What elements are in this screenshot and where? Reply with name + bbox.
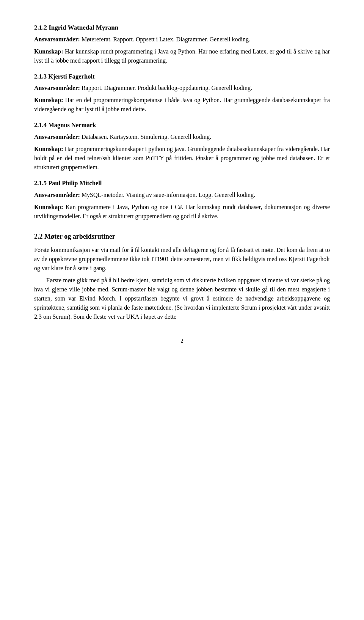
section-213: 2.1.3 Kjersti Fagerholt Ansvarsområder: …	[34, 72, 330, 114]
kunnskap-label-213: Kunnskap:	[34, 97, 63, 103]
kunnskap-label-212: Kunnskap:	[34, 48, 63, 55]
ansvarsomrader-value-215: MySQL-metoder. Visning av saue-informasj…	[82, 192, 255, 198]
section-22: 2.2 Møter og arbeidsrutiner Første kommu…	[34, 231, 330, 321]
paragraph-22-2: Første møte gikk med på å bli bedre kjen…	[34, 276, 330, 321]
ansvarsomrader-214: Ansvarsområder: Databasen. Kartsystem. S…	[34, 132, 330, 142]
page-number: 2	[34, 337, 330, 345]
heading-212: 2.1.2 Ingrid Watnedal Myrann	[34, 23, 330, 33]
ansvarsomrader-212: Ansvarsområder: Møtereferat. Rapport. Op…	[34, 35, 330, 44]
ansvarsomrader-label-212: Ansvarsområder:	[34, 36, 80, 42]
heading-22: 2.2 Møter og arbeidsrutiner	[34, 231, 330, 242]
section-215: 2.1.5 Paul Philip Mitchell Ansvarsområde…	[34, 179, 330, 221]
ansvarsomrader-value-213: Rapport. Diagrammer. Produkt backlog-opp…	[82, 85, 252, 91]
kunnskap-213: Kunnskap: Har en del programmeringskompe…	[34, 96, 330, 114]
heading-213: 2.1.3 Kjersti Fagerholt	[34, 72, 330, 82]
section-214: 2.1.4 Magnus Nermark Ansvarsområder: Dat…	[34, 121, 330, 172]
ansvarsomrader-label-215: Ansvarsområder:	[34, 192, 80, 198]
kunnskap-value-215: Kan programmere i Java, Python og noe i …	[34, 204, 330, 219]
kunnskap-label-214: Kunnskap:	[34, 146, 63, 152]
kunnskap-label-215: Kunnskap:	[34, 204, 63, 210]
ansvarsomrader-label-213: Ansvarsområder:	[34, 85, 80, 91]
heading-214: 2.1.4 Magnus Nermark	[34, 121, 330, 130]
page: 2.1.2 Ingrid Watnedal Myrann Ansvarsområ…	[0, 0, 364, 620]
kunnskap-212: Kunnskap: Har kunnskap rundt programmeri…	[34, 47, 330, 65]
kunnskap-value-213: Har en del programmeringskompetanse i bå…	[34, 97, 330, 112]
kunnskap-215: Kunnskap: Kan programmere i Java, Python…	[34, 203, 330, 221]
section-212: 2.1.2 Ingrid Watnedal Myrann Ansvarsområ…	[34, 23, 330, 65]
kunnskap-214: Kunnskap: Har programmeringskunnskaper i…	[34, 145, 330, 172]
kunnskap-value-214: Har programmeringskunnskaper i python og…	[34, 146, 330, 170]
ansvarsomrader-value-212: Møtereferat. Rapport. Oppsett i Latex. D…	[82, 36, 250, 42]
ansvarsomrader-215: Ansvarsområder: MySQL-metoder. Visning a…	[34, 190, 330, 200]
heading-215: 2.1.5 Paul Philip Mitchell	[34, 179, 330, 188]
ansvarsomrader-label-214: Ansvarsområder:	[34, 134, 80, 140]
paragraph-22-1: Første kommunikasjon var via mail for å …	[34, 245, 330, 273]
ansvarsomrader-value-214: Databasen. Kartsystem. Simulering. Gener…	[82, 134, 211, 140]
ansvarsomrader-213: Ansvarsområder: Rapport. Diagrammer. Pro…	[34, 83, 330, 93]
